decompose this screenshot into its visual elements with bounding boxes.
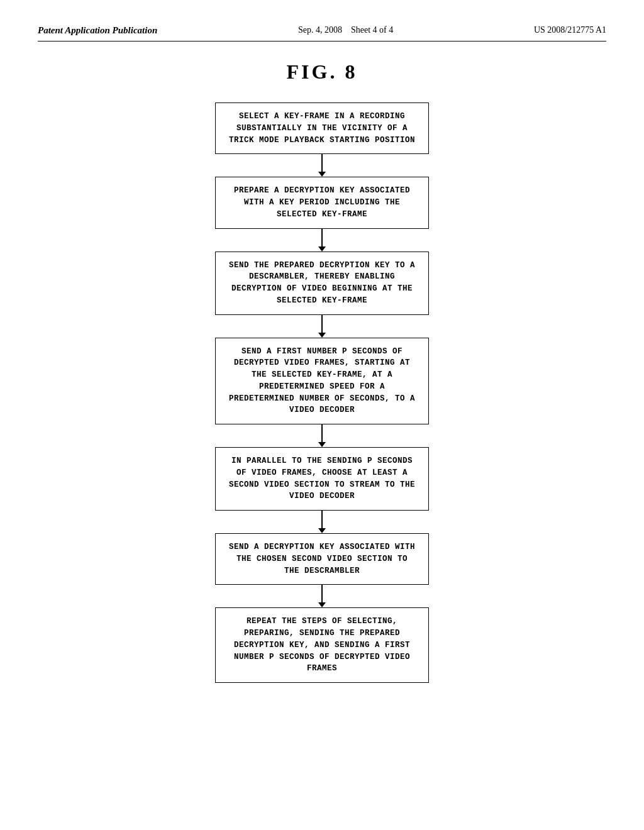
flow-box-4: SEND A FIRST NUMBER P SECONDS OF DECRYPT… xyxy=(215,338,429,425)
arrow-head xyxy=(318,442,326,447)
flow-box-5: IN PARALLEL TO THE SENDING P SECONDS OF … xyxy=(215,447,429,511)
flowchart: SELECT A KEY-FRAME IN A RECORDING SUBSTA… xyxy=(38,102,606,683)
arrow-line xyxy=(321,511,323,528)
flow-box-6: SEND A DECRYPTION KEY ASSOCIATED WITH TH… xyxy=(215,533,429,585)
arrow-line xyxy=(321,424,323,442)
page: Patent Application Publication Sep. 4, 2… xyxy=(0,0,644,830)
arrow-line xyxy=(321,315,323,333)
arrow-head xyxy=(318,246,326,252)
figure-title: FIG. 8 xyxy=(38,60,606,84)
arrow-6 xyxy=(318,585,326,607)
flow-box-2: PREPARE A DECRYPTION KEY ASSOCIATED WITH… xyxy=(215,177,429,228)
arrow-line xyxy=(321,154,323,172)
date: Sep. 4, 2008 xyxy=(298,25,342,35)
arrow-head xyxy=(318,528,326,533)
arrow-line xyxy=(321,585,323,602)
arrow-2 xyxy=(318,229,326,252)
date-sheet: Sep. 4, 2008 Sheet 4 of 4 xyxy=(298,25,393,35)
arrow-head xyxy=(318,172,326,177)
arrow-5 xyxy=(318,511,326,533)
arrow-head xyxy=(318,602,326,607)
arrow-1 xyxy=(318,154,326,177)
patent-number: US 2008/212775 A1 xyxy=(534,25,606,35)
flow-box-3: SEND THE PREPARED DECRYPTION KEY TO A DE… xyxy=(215,252,429,315)
sheet: Sheet 4 of 4 xyxy=(351,25,393,35)
flow-box-7: REPEAT THE STEPS OF SELECTING, PREPARING… xyxy=(215,607,429,683)
publication-label: Patent Application Publication xyxy=(38,25,157,36)
arrow-3 xyxy=(318,315,326,338)
arrow-line xyxy=(321,229,323,246)
arrow-head xyxy=(318,333,326,338)
page-header: Patent Application Publication Sep. 4, 2… xyxy=(38,25,606,42)
arrow-4 xyxy=(318,424,326,447)
flow-box-1: SELECT A KEY-FRAME IN A RECORDING SUBSTA… xyxy=(215,102,429,154)
